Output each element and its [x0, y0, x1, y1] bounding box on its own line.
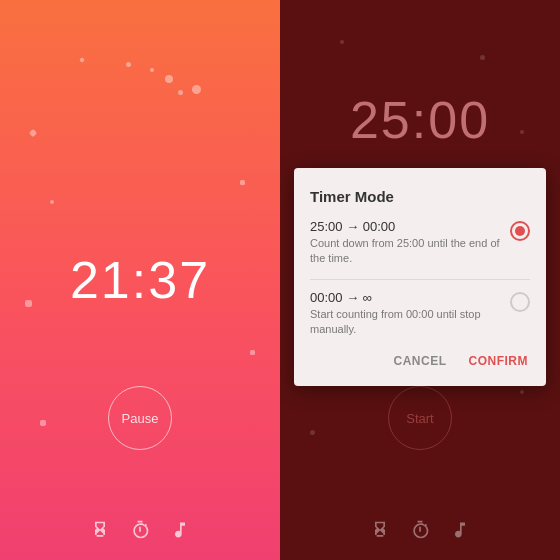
right-bottom-icons [370, 520, 470, 540]
stopwatch-icon-right[interactable] [410, 520, 430, 540]
option2-label: 00:00 → ∞ [310, 290, 502, 305]
modal-option-1[interactable]: 25:00 → 00:00 Count down from 25:00 unti… [310, 219, 530, 267]
modal-divider [310, 279, 530, 280]
cancel-button[interactable]: CANCEL [392, 350, 449, 372]
left-bottom-icons [90, 520, 190, 540]
timer-mode-modal: Timer Mode 25:00 → 00:00 Count down from… [294, 168, 546, 386]
music-icon-left[interactable] [170, 520, 190, 540]
modal-option-2[interactable]: 00:00 → ∞ Start counting from 00:00 unti… [310, 290, 530, 338]
left-panel: 21:37 Pause [0, 0, 280, 560]
music-icon-right[interactable] [450, 520, 470, 540]
left-time-display: 21:37 [70, 250, 210, 310]
modal-actions: CANCEL CONFIRM [310, 350, 530, 372]
option1-label: 25:00 → 00:00 [310, 219, 502, 234]
confirm-button[interactable]: CONFIRM [467, 350, 531, 372]
pause-button[interactable]: Pause [108, 386, 172, 450]
start-button[interactable]: Start [388, 386, 452, 450]
option1-desc: Count down from 25:00 until the end of t… [310, 236, 502, 267]
modal-title: Timer Mode [310, 188, 530, 205]
radio-option1[interactable] [510, 221, 530, 241]
right-time-display: 25:00 [350, 90, 490, 150]
stopwatch-icon-left[interactable] [130, 520, 150, 540]
timer-icon-right[interactable] [370, 520, 390, 540]
timer-icon-left[interactable] [90, 520, 110, 540]
right-panel: 25:00 Timer Mode 25:00 → 00:00 Count dow… [280, 0, 560, 560]
radio-option2[interactable] [510, 292, 530, 312]
option2-desc: Start counting from 00:00 until stop man… [310, 307, 502, 338]
